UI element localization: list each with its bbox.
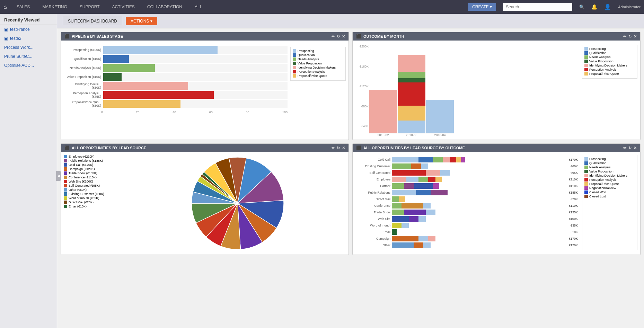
- lso-row-label: Existing Customer: [358, 165, 390, 168]
- lso-bar-wrap: [392, 170, 568, 176]
- user-label: Administrator: [618, 5, 641, 9]
- pipeline-row-label: Perception Analysi... (€75K): [67, 91, 101, 98]
- lso-legend-label: Qualification: [589, 161, 607, 165]
- chart-icon: ⬛: [356, 145, 361, 150]
- lso-segment: [392, 216, 409, 222]
- outcome-column: [369, 50, 397, 133]
- nav-support[interactable]: SUPPORT: [77, 5, 103, 9]
- nav-activities[interactable]: ACTIVITIES: [109, 5, 138, 9]
- sidebar-item-process[interactable]: Process Work...: [0, 43, 57, 52]
- chart-icon: ⬛: [356, 34, 361, 39]
- outcome-segment: [398, 106, 425, 121]
- pipeline-close-icon[interactable]: ✕: [342, 34, 345, 39]
- pie-legend-label: Employee (€210K): [69, 155, 95, 158]
- lso-row-label: Trade Show: [358, 211, 390, 214]
- create-button[interactable]: CREATE ▾: [468, 3, 496, 11]
- nav-marketing[interactable]: MARKETING: [39, 5, 70, 9]
- outcome-segment: [369, 90, 397, 133]
- search-icon[interactable]: 🔍: [579, 5, 584, 9]
- sidebar-item-label: Optimise AOD...: [4, 63, 34, 68]
- lso-row: Email €10K: [358, 229, 578, 235]
- nav-collaboration[interactable]: COLLABORATION: [144, 5, 185, 9]
- pipeline-row-label: Needs Analysis (€25K): [67, 66, 101, 70]
- legend-label: Identifying Decision Makers: [298, 66, 336, 69]
- home-icon[interactable]: ⌂: [3, 4, 7, 10]
- legend-label: Identifying Decision Makers: [589, 64, 627, 67]
- lso-row-label: Other: [358, 243, 390, 247]
- lso-segment: [392, 177, 406, 182]
- pie-legend-item: Conference (€110K): [64, 176, 126, 179]
- pipeline-row-label: Prospecting (€100K): [67, 48, 101, 52]
- pie-legend-item: Existing Customer (€60K): [64, 192, 126, 196]
- lso-close-icon[interactable]: ✕: [634, 146, 637, 150]
- pie-legend-label: Direct Mail (€20K): [69, 201, 94, 204]
- lso-legend-label: Perception Analysis: [589, 178, 617, 181]
- chart-icon: ⬛: [64, 34, 70, 39]
- lso-segment: [392, 242, 414, 248]
- legend-label: Proposal/Price Quote: [589, 72, 619, 76]
- y-axis-label: €200K: [355, 45, 369, 48]
- user-icon[interactable]: 👤: [604, 4, 611, 10]
- outcome-edit-icon[interactable]: ✏: [623, 34, 626, 39]
- lso-legend-label: Value Proposition: [589, 170, 614, 173]
- outcome-column: [398, 50, 425, 133]
- content-area: SUITECRM DASHBOARD ACTIONS ▾ ⬛ PIPELINE …: [57, 14, 644, 328]
- sidebar-item-testfrance[interactable]: ▣ testFrance: [0, 25, 57, 34]
- pipeline-row: Perception Analysi... (€75K): [67, 91, 288, 99]
- legend-label: Value Proposition: [298, 62, 322, 65]
- outcome-close-icon[interactable]: ✕: [634, 34, 637, 39]
- actions-button[interactable]: ACTIONS ▾: [126, 17, 157, 25]
- legend-item: Proposal/Price Quote: [293, 74, 343, 78]
- lso-value: €100K: [569, 217, 578, 221]
- lso-bar-wrap: [392, 203, 566, 209]
- lso-bar-wrap: [392, 210, 566, 215]
- nav-all[interactable]: ALL: [192, 5, 205, 9]
- lead-source-refresh-icon[interactable]: ↻: [337, 146, 340, 150]
- notification-icon[interactable]: 🔔: [591, 4, 597, 10]
- lso-legend-label: Identifying Decision Makers: [589, 174, 627, 177]
- x-axis-label: 100: [282, 110, 288, 114]
- legend-label: Needs Analysis: [589, 55, 611, 59]
- lso-row-label: Cold Call: [358, 158, 390, 161]
- lso-value: €110K: [569, 204, 578, 207]
- legend-label: Value Proposition: [589, 60, 614, 63]
- legend-label: Qualification: [589, 51, 607, 55]
- pie-legend-label: Email (€10K): [69, 205, 87, 208]
- outcome-refresh-icon[interactable]: ↻: [628, 34, 632, 39]
- lso-edit-icon[interactable]: ✏: [623, 146, 626, 150]
- pipeline-bar: [103, 82, 188, 90]
- dashboard-tab[interactable]: SUITECRM DASHBOARD: [63, 17, 122, 25]
- nav-sales[interactable]: SALES: [14, 5, 33, 9]
- lso-row-label: Word of mouth: [358, 224, 390, 227]
- pipeline-row-label: Identifying Decisi... (€50K): [67, 82, 101, 89]
- outcome-x-label: 2018-04: [426, 133, 454, 137]
- lso-segment: [406, 177, 418, 182]
- pipeline-edit-icon[interactable]: ✏: [332, 34, 335, 39]
- pie-legend-label: Other (€60K): [69, 188, 87, 192]
- pie-legend-label: Trade Show (€135K): [69, 171, 97, 175]
- sidebar-collapse-button[interactable]: ◀: [56, 171, 61, 181]
- lead-source-close-icon[interactable]: ✕: [342, 146, 345, 150]
- lso-segment: [402, 223, 409, 228]
- legend-item: Qualification: [584, 51, 635, 55]
- search-input[interactable]: [503, 3, 572, 11]
- lead-source-edit-icon[interactable]: ✏: [332, 146, 335, 150]
- lso-legend-label: Closed Lost: [589, 195, 606, 198]
- lso-value: €170K: [569, 237, 578, 240]
- lso-legend-item: Closed Lost: [584, 195, 635, 198]
- pie-legend-label: Self Generated (€95K): [69, 184, 100, 187]
- lso-segment: [416, 190, 431, 195]
- lead-source-outcome-chart-body: Cold Call €170K Existing Customer €60K S…: [353, 152, 640, 253]
- sidebar-item-prune[interactable]: Prune SuiteC...: [0, 52, 57, 61]
- sidebar-item-optimise[interactable]: Optimise AOD...: [0, 61, 57, 70]
- lso-bar-wrap: [392, 229, 568, 235]
- lso-segment: [404, 210, 426, 215]
- lso-refresh-icon[interactable]: ↻: [628, 146, 632, 150]
- pipeline-refresh-icon[interactable]: ↻: [337, 34, 340, 39]
- dashboard-grid: ⬛ PIPELINE BY SALES STAGE ✏ ↻ ✕ Prospect…: [57, 28, 644, 258]
- outcome-segment: [398, 78, 425, 82]
- lead-source-chart-body: Employee (€210K)Public Relations (€185K)…: [61, 152, 349, 255]
- sidebar-item-teste2[interactable]: ▣ teste2: [0, 34, 57, 43]
- legend-label: Perception Analysis: [589, 68, 617, 71]
- chart-icon: ⬛: [64, 145, 70, 150]
